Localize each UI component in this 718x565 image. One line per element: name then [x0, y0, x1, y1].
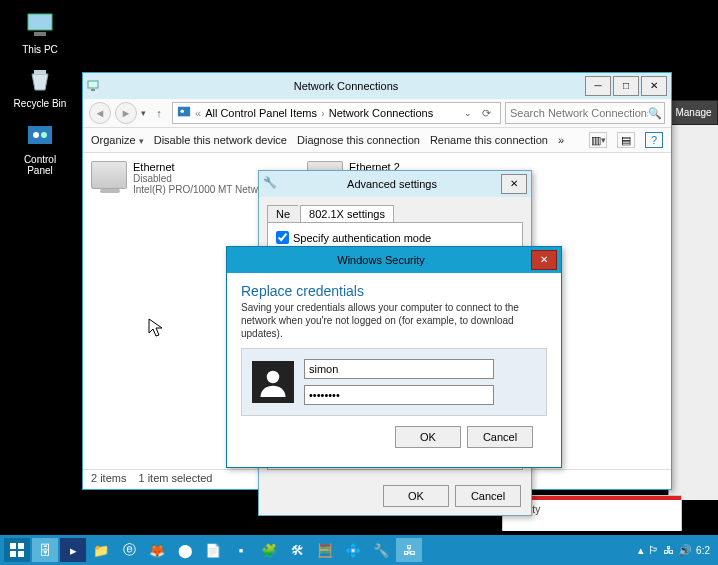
taskbar-app3[interactable]: 🛠 [284, 538, 310, 562]
network-adapter-icon [91, 161, 127, 189]
forward-button[interactable]: ► [115, 102, 137, 124]
preview-pane-button[interactable]: ▤ [617, 132, 635, 148]
server-manager-panel: Manage [668, 100, 718, 500]
search-input[interactable] [510, 107, 648, 119]
desktop-icon-recycle-bin[interactable]: Recycle Bin [10, 64, 70, 109]
window-title: Advanced settings [283, 178, 501, 190]
help-button[interactable]: ? [645, 132, 663, 148]
back-button[interactable]: ◄ [89, 102, 111, 124]
taskbar-explorer[interactable]: 📁 [88, 538, 114, 562]
close-button[interactable]: ✕ [531, 250, 557, 270]
diagnose-button[interactable]: Diagnose this connection [297, 134, 420, 146]
up-button[interactable]: ↑ [150, 104, 168, 122]
taskbar-app5[interactable]: 💠 [340, 538, 366, 562]
credentials-panel [241, 348, 547, 416]
svg-point-5 [41, 132, 47, 138]
cancel-button[interactable]: Cancel [467, 426, 533, 448]
breadcrumb-item[interactable]: All Control Panel Items [205, 107, 317, 119]
taskbar-app4[interactable]: 🧮 [312, 538, 338, 562]
tray-network-icon[interactable]: 🖧 [663, 544, 674, 556]
close-button[interactable]: ✕ [501, 174, 527, 194]
titlebar[interactable]: 🔧 Advanced settings ✕ [259, 171, 531, 197]
desktop-icon-this-pc[interactable]: This PC [10, 10, 70, 55]
specify-auth-mode-input[interactable] [276, 231, 289, 244]
svg-rect-7 [91, 89, 95, 91]
address-bar[interactable]: « All Control Panel Items › Network Conn… [172, 102, 501, 124]
network-icon [87, 78, 103, 94]
titlebar[interactable]: Network Connections ─ □ ✕ [83, 73, 671, 99]
ok-button[interactable]: OK [383, 485, 449, 507]
tray-up-icon[interactable]: ▴ [638, 544, 644, 557]
taskbar-powershell[interactable]: ▸ [60, 538, 86, 562]
address-dropdown[interactable]: ⌄ [464, 108, 472, 118]
svg-rect-0 [28, 14, 52, 30]
search-icon: 🔍 [648, 107, 662, 120]
breadcrumb-item[interactable]: Network Connections [329, 107, 434, 119]
dialog-heading: Replace credentials [241, 283, 547, 299]
status-item-count: 2 items [91, 472, 126, 487]
control-panel-icon [24, 120, 56, 152]
computer-icon [24, 10, 56, 42]
control-panel-icon [177, 105, 191, 121]
tray-volume-icon[interactable]: 🔊 [678, 544, 692, 557]
status-selected-count: 1 item selected [138, 472, 212, 487]
maximize-button[interactable]: □ [613, 76, 639, 96]
specify-auth-mode-checkbox[interactable]: Specify authentication mode [276, 231, 514, 244]
more-commands[interactable]: » [558, 134, 564, 146]
taskbar-server-manager[interactable]: 🗄 [32, 538, 58, 562]
ok-button[interactable]: OK [395, 426, 461, 448]
svg-rect-3 [28, 126, 52, 144]
password-input[interactable] [304, 385, 494, 405]
shield-icon: 🔧 [263, 176, 279, 192]
window-title: Network Connections [107, 80, 585, 92]
close-button[interactable]: ✕ [641, 76, 667, 96]
taskbar-app[interactable]: 📄 [200, 538, 226, 562]
rename-button[interactable]: Rename this connection [430, 134, 548, 146]
system-tray[interactable]: ▴ 🏳 🖧 🔊 6:2 [638, 544, 714, 557]
taskbar-firefox[interactable]: 🦊 [144, 538, 170, 562]
tab-partial[interactable]: Ne [267, 205, 298, 222]
taskbar-app2[interactable]: 🧩 [256, 538, 282, 562]
taskbar-chrome[interactable]: ⬤ [172, 538, 198, 562]
dialog-description: Saving your credentials allows your comp… [241, 301, 547, 340]
view-options-button[interactable]: ▥ ▾ [589, 132, 607, 148]
svg-rect-11 [10, 543, 16, 549]
svg-point-10 [267, 371, 280, 384]
desktop-icon-control-panel[interactable]: Control Panel [10, 120, 70, 176]
svg-rect-12 [18, 543, 24, 549]
recent-locations-button[interactable]: ▾ [141, 108, 146, 118]
svg-point-9 [181, 109, 185, 113]
desktop-icon-label: This PC [10, 44, 70, 55]
user-avatar-icon [252, 361, 294, 403]
desktop-icon-label: Recycle Bin [10, 98, 70, 109]
svg-rect-8 [178, 107, 190, 117]
taskbar-cmd[interactable]: ▪ [228, 538, 254, 562]
recycle-bin-icon [24, 64, 56, 96]
tray-flag-icon[interactable]: 🏳 [648, 544, 659, 556]
search-box[interactable]: 🔍 [505, 102, 665, 124]
taskbar[interactable]: 🗄 ▸ 📁 ⓔ 🦊 ⬤ 📄 ▪ 🧩 🛠 🧮 💠 🔧 🖧 ▴ 🏳 🖧 🔊 6:2 [0, 535, 718, 565]
minimize-button[interactable]: ─ [585, 76, 611, 96]
tray-clock[interactable]: 6:2 [696, 545, 710, 556]
window-title: Windows Security [231, 254, 531, 266]
manage-button[interactable]: Manage [669, 100, 718, 125]
titlebar[interactable]: Windows Security ✕ [227, 247, 561, 273]
taskbar-network-connections[interactable]: 🖧 [396, 538, 422, 562]
svg-rect-13 [10, 551, 16, 557]
refresh-button[interactable]: ⟳ [476, 107, 496, 120]
svg-point-4 [33, 132, 39, 138]
organize-menu[interactable]: Organize ▾ [91, 134, 144, 146]
svg-rect-6 [88, 81, 98, 88]
svg-rect-1 [34, 32, 46, 36]
start-button[interactable] [4, 538, 30, 562]
svg-rect-2 [34, 70, 46, 74]
taskbar-app6[interactable]: 🔧 [368, 538, 394, 562]
username-input[interactable] [304, 359, 494, 379]
desktop-icon-label: Control Panel [10, 154, 70, 176]
svg-rect-14 [18, 551, 24, 557]
disable-device-button[interactable]: Disable this network device [154, 134, 287, 146]
taskbar-ie[interactable]: ⓔ [116, 538, 142, 562]
cancel-button[interactable]: Cancel [455, 485, 521, 507]
tab-8021x-settings[interactable]: 802.1X settings [300, 205, 394, 222]
windows-security-dialog: Windows Security ✕ Replace credentials S… [226, 246, 562, 468]
